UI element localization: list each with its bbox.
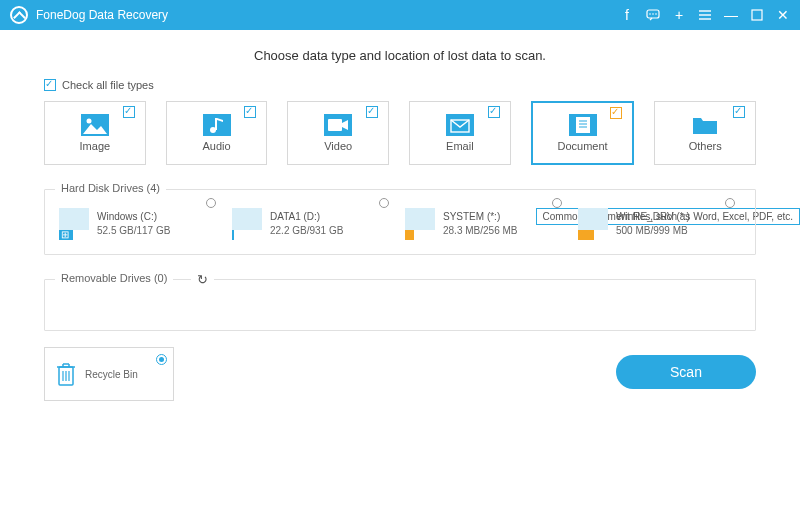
drive-item[interactable]: SYSTEM (*:)28.3 MB/256 MB <box>405 208 568 240</box>
type-card-audio[interactable]: Audio <box>166 101 268 165</box>
drive-name: WinRE_DRV (*:) <box>616 210 690 224</box>
drive-info: Windows (C:)52.5 GB/117 GB <box>97 210 170 238</box>
drive-icon <box>578 208 608 240</box>
type-card-email[interactable]: Email <box>409 101 511 165</box>
type-label-email: Email <box>446 140 474 152</box>
type-label-video: Video <box>324 140 352 152</box>
type-label-image: Image <box>80 140 111 152</box>
menu-icon[interactable] <box>698 8 712 22</box>
trash-icon <box>55 361 77 387</box>
type-card-video[interactable]: Video <box>287 101 389 165</box>
drive-name: Windows (C:) <box>97 210 170 224</box>
maximize-icon[interactable] <box>750 8 764 22</box>
others-icon <box>691 114 719 136</box>
plus-icon[interactable]: + <box>672 8 686 22</box>
drive-item[interactable]: DATA1 (D:)22.2 GB/931 GB <box>232 208 395 240</box>
refresh-icon[interactable]: ↻ <box>191 272 214 287</box>
audio-icon <box>203 114 231 136</box>
scan-button[interactable]: Scan <box>616 355 756 389</box>
drive-info: SYSTEM (*:)28.3 MB/256 MB <box>443 210 517 238</box>
svg-point-3 <box>655 13 657 15</box>
feedback-icon[interactable] <box>646 8 660 22</box>
drive-info: DATA1 (D:)22.2 GB/931 GB <box>270 210 343 238</box>
hard-disk-section: Hard Disk Drives (4) ⊞Windows (C:)52.5 G… <box>44 189 756 255</box>
document-icon <box>569 114 597 136</box>
check-all-row[interactable]: Check all file types <box>44 79 756 91</box>
drive-info: WinRE_DRV (*:)500 MB/999 MB <box>616 210 690 238</box>
window-controls: f + — ✕ <box>620 8 790 22</box>
app-title: FoneDog Data Recovery <box>36 8 168 22</box>
scan-label: Scan <box>670 364 702 380</box>
type-label-audio: Audio <box>202 140 230 152</box>
drive-radio[interactable] <box>552 198 562 208</box>
drive-size: 52.5 GB/117 GB <box>97 224 170 238</box>
type-card-document[interactable]: Document <box>531 101 635 165</box>
drive-item[interactable]: WinRE_DRV (*:)500 MB/999 MB <box>578 208 741 240</box>
hdd-legend: Hard Disk Drives (4) <box>55 182 166 194</box>
type-card-image[interactable]: Image <box>44 101 146 165</box>
svg-point-9 <box>86 119 91 124</box>
type-label-document: Document <box>557 140 607 152</box>
removable-section: Removable Drives (0) ↻ <box>44 279 756 331</box>
type-card-others[interactable]: Others <box>654 101 756 165</box>
recycle-radio[interactable] <box>156 354 167 365</box>
type-label-others: Others <box>689 140 722 152</box>
recycle-label: Recycle Bin <box>85 369 138 380</box>
drive-size: 500 MB/999 MB <box>616 224 690 238</box>
drive-icon <box>232 208 262 240</box>
type-checkbox-video[interactable] <box>366 106 378 118</box>
type-checkbox-audio[interactable] <box>244 106 256 118</box>
drive-size: 22.2 GB/931 GB <box>270 224 343 238</box>
drive-item[interactable]: ⊞Windows (C:)52.5 GB/117 GB <box>59 208 222 240</box>
svg-rect-12 <box>215 118 217 130</box>
check-all-label: Check all file types <box>62 79 154 91</box>
type-checkbox-document[interactable] <box>610 107 622 119</box>
drive-name: SYSTEM (*:) <box>443 210 517 224</box>
drive-icon: ⊞ <box>59 208 89 240</box>
drive-radio[interactable] <box>379 198 389 208</box>
svg-rect-14 <box>328 119 342 131</box>
svg-point-2 <box>652 13 654 15</box>
app-logo-icon <box>10 6 28 24</box>
facebook-icon[interactable]: f <box>620 8 634 22</box>
file-type-grid: ImageAudioVideoEmailDocumentOthers <box>44 101 756 165</box>
close-icon[interactable]: ✕ <box>776 8 790 22</box>
drive-radio[interactable] <box>206 198 216 208</box>
drive-radio[interactable] <box>725 198 735 208</box>
email-icon <box>446 114 474 136</box>
video-icon <box>324 114 352 136</box>
drive-size: 28.3 MB/256 MB <box>443 224 517 238</box>
svg-rect-7 <box>752 10 762 20</box>
svg-point-1 <box>649 13 651 15</box>
type-checkbox-others[interactable] <box>733 106 745 118</box>
type-checkbox-image[interactable] <box>123 106 135 118</box>
svg-rect-18 <box>576 117 590 133</box>
image-icon <box>81 114 109 136</box>
minimize-icon[interactable]: — <box>724 8 738 22</box>
drive-list: ⊞Windows (C:)52.5 GB/117 GBDATA1 (D:)22.… <box>59 208 741 240</box>
removable-legend: Removable Drives (0) <box>55 272 173 284</box>
page-heading: Choose data type and location of lost da… <box>44 48 756 63</box>
check-all-checkbox[interactable] <box>44 79 56 91</box>
drive-icon <box>405 208 435 240</box>
recycle-bin-card[interactable]: Recycle Bin <box>44 347 174 401</box>
drive-name: DATA1 (D:) <box>270 210 343 224</box>
titlebar: FoneDog Data Recovery f + — ✕ <box>0 0 800 30</box>
type-checkbox-email[interactable] <box>488 106 500 118</box>
